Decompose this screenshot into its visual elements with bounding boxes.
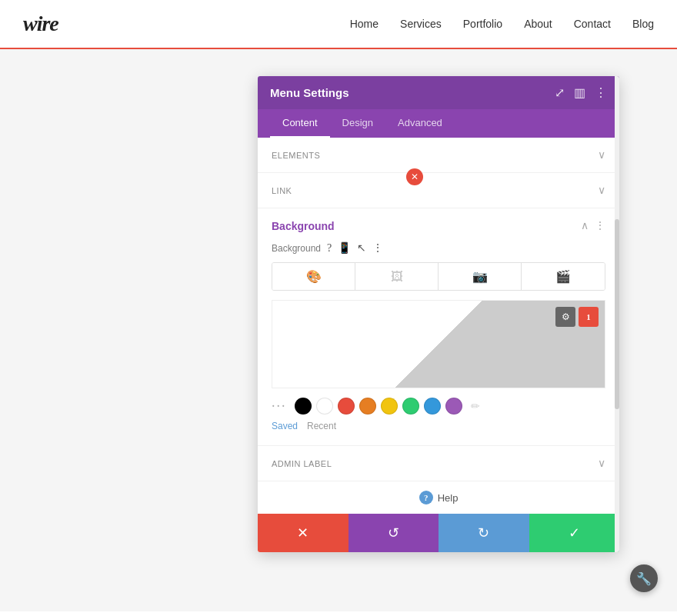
bg-type-image[interactable]: 🖼 — [355, 263, 439, 290]
bg-type-photo[interactable]: 📷 — [439, 263, 522, 290]
nav-contact[interactable]: Contact — [574, 18, 611, 30]
tab-design[interactable]: Design — [330, 109, 385, 138]
floating-wrench-button[interactable]: 🔧 — [630, 564, 658, 592]
background-controls: Background ? 📱 ↖ ⋮ — [272, 241, 605, 255]
swatch-white[interactable] — [316, 398, 333, 415]
scrollbar — [615, 76, 619, 552]
columns-icon[interactable]: ▥ — [574, 85, 585, 100]
background-cursor-icon[interactable]: ↖ — [357, 241, 366, 255]
header: wire Home Services Portfolio About Conta… — [0, 0, 677, 49]
bg-video-icon: 🎬 — [555, 269, 571, 284]
redo-button[interactable]: ↻ — [439, 514, 529, 552]
expand-icon[interactable]: ⤢ — [555, 85, 565, 100]
nav-about[interactable]: About — [524, 18, 552, 30]
redo-icon: ↻ — [478, 524, 489, 541]
help-label: Help — [438, 492, 459, 504]
swatch-orange[interactable] — [359, 398, 376, 415]
more-vert-icon[interactable]: ⋮ — [595, 85, 607, 100]
background-section-header: Background ∧ ⋮ — [272, 219, 605, 232]
tab-content[interactable]: Content — [270, 109, 330, 138]
bg-color-icon: 🎨 — [306, 269, 322, 284]
wrench-icon: 🔧 — [636, 571, 652, 586]
nav-blog[interactable]: Blog — [632, 18, 654, 30]
swatch-pencil-icon[interactable]: ✏ — [467, 398, 484, 415]
swatch-purple[interactable] — [445, 398, 462, 415]
swatch-blue[interactable] — [424, 398, 441, 415]
elements-section[interactable]: Elements ∨ — [258, 138, 619, 173]
panel-header-icons: ⤢ ▥ ⋮ — [555, 85, 607, 100]
undo-icon: ↺ — [388, 524, 399, 541]
color-preview-actions: ⚙ 1 — [555, 307, 599, 327]
nav-portfolio[interactable]: Portfolio — [463, 18, 502, 30]
cancel-button[interactable]: ✕ — [258, 514, 349, 552]
link-chevron-down: ∨ — [598, 184, 605, 197]
more-swatches-dots[interactable]: ··· — [272, 398, 287, 415]
swatch-yellow[interactable] — [381, 398, 398, 415]
panel-body: Elements ∨ Link ∨ Background ∧ ⋮ — [258, 138, 619, 552]
swatch-red[interactable] — [338, 398, 355, 415]
background-question-icon[interactable]: ? — [327, 242, 332, 255]
elements-label: Elements — [272, 151, 320, 160]
nav-home[interactable]: Home — [350, 18, 379, 30]
background-mobile-icon[interactable]: 📱 — [338, 241, 351, 255]
scrollbar-thumb[interactable] — [615, 219, 619, 410]
help-icon: ? — [419, 491, 433, 504]
bg-photo-icon: 📷 — [472, 269, 488, 284]
color-swatches-row: ··· ✏ — [272, 398, 605, 415]
undo-button[interactable]: ↺ — [349, 514, 439, 552]
save-icon: ✓ — [569, 524, 580, 541]
background-section: Background ∧ ⋮ Background ? 📱 ↖ ⋮ — [258, 208, 619, 445]
background-chevron-up[interactable]: ∧ — [581, 219, 589, 232]
panel-title: Menu Settings — [270, 86, 349, 99]
swatch-black[interactable] — [295, 398, 312, 415]
nav-services[interactable]: Services — [400, 18, 442, 30]
background-title: Background — [272, 220, 335, 232]
background-sub-label: Background — [272, 243, 321, 254]
bg-image-icon: 🖼 — [391, 270, 403, 284]
recent-tab[interactable]: Recent — [307, 421, 336, 431]
main-area: ✕ Menu Settings ⤢ ▥ ⋮ Content Design Adv… — [0, 49, 677, 611]
panel-tabs: Content Design Advanced — [258, 109, 619, 138]
background-type-tabs: 🎨 🖼 📷 🎬 — [272, 262, 605, 291]
background-title-icons: ∧ ⋮ — [581, 219, 605, 232]
background-more-icon[interactable]: ⋮ — [595, 219, 605, 232]
panel-header: Menu Settings ⤢ ▥ ⋮ — [258, 76, 619, 109]
elements-chevron-down: ∨ — [598, 148, 605, 161]
menu-settings-panel: Menu Settings ⤢ ▥ ⋮ Content Design Advan… — [258, 76, 619, 552]
badge-number: 1 — [586, 312, 591, 321]
admin-label: Admin Label — [272, 459, 332, 468]
color-preview-area[interactable]: ⚙ 1 — [272, 300, 605, 388]
background-more-controls-icon[interactable]: ⋮ — [372, 241, 383, 255]
saved-recent-row: Saved Recent — [272, 421, 605, 431]
tab-advanced[interactable]: Advanced — [385, 109, 455, 138]
link-section[interactable]: Link ∨ — [258, 173, 619, 208]
color-badge-button[interactable]: 1 — [579, 307, 599, 327]
gear-icon: ⚙ — [562, 311, 570, 323]
help-row[interactable]: ? Help — [258, 481, 619, 514]
cancel-icon: ✕ — [297, 524, 308, 541]
swatch-green[interactable] — [402, 398, 419, 415]
panel-close-button[interactable]: ✕ — [406, 168, 423, 185]
panel-footer: ✕ ↺ ↻ ✓ — [258, 514, 619, 552]
saved-tab[interactable]: Saved — [272, 421, 298, 431]
bg-type-color[interactable]: 🎨 — [272, 263, 355, 290]
admin-label-chevron: ∨ — [598, 457, 605, 470]
color-gear-button[interactable]: ⚙ — [555, 307, 575, 327]
main-nav: Home Services Portfolio About Contact Bl… — [350, 18, 654, 30]
link-label: Link — [272, 186, 292, 195]
bg-type-video[interactable]: 🎬 — [522, 263, 605, 290]
admin-label-section[interactable]: Admin Label ∨ — [258, 445, 619, 481]
logo: wire — [23, 12, 58, 36]
save-button[interactable]: ✓ — [529, 514, 620, 552]
